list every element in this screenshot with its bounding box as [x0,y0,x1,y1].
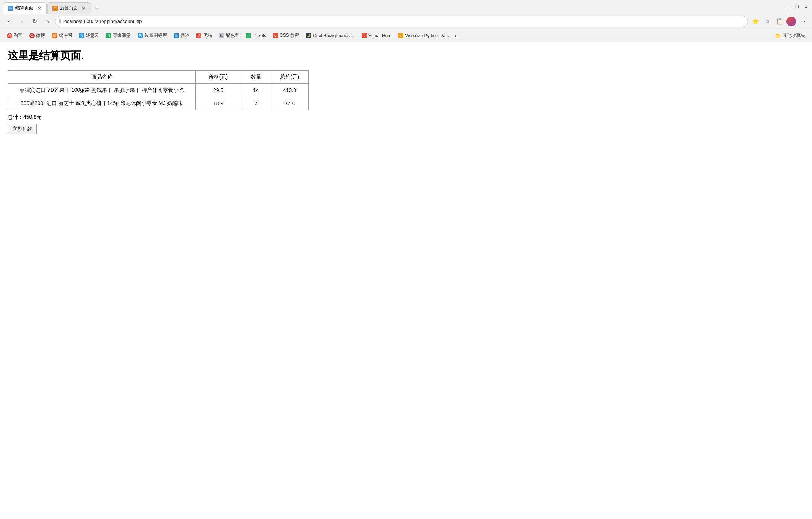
row-qty: 14 [241,84,271,97]
bookmark-favicon-weibo: 微 [29,33,35,38]
bookmark-vector[interactable]: 矢 矢量图标库 [135,31,170,40]
close-button[interactable]: ✕ [803,4,809,10]
tab-title-1: 结算页面 [15,5,33,11]
col-header-total: 总价(元) [271,71,309,84]
maximize-button[interactable]: ❐ [794,4,800,10]
address-bar[interactable]: ℹ localhost:8080/shopping/account.jsp [55,16,748,27]
reload-button[interactable]: ↻ [29,16,40,27]
home-button[interactable]: ⌂ [42,16,53,27]
nav-right-icons: ⭐ ☆ 📋 ··· [750,16,808,27]
bookmark-huke[interactable]: 虎 虎课网 [49,31,75,40]
bookmark-python[interactable]: 🐍 Visualize Python, Ja... [395,32,452,40]
tab-admin[interactable]: 后 后台页面 ✕ [47,2,91,14]
bookmark-label-weibo: 微博 [36,32,45,39]
bookmark-label-taobao: 淘宝 [14,32,23,39]
bookmark-favicon-vector: 矢 [138,33,143,38]
bookmark-coolbg[interactable]: 🌙 Cool Backgrounds-... [303,32,358,40]
bookmark-favicon-pexels: P [246,33,251,38]
bookmark-suiyiyun[interactable]: 随 随意云 [76,31,102,40]
bookmark-favicon-taobao: 淘 [7,33,12,38]
bookmark-favicon-wudao: 吾 [174,33,179,38]
bookmark-favicon-qingjiao: 青 [106,33,111,38]
tab-close-2[interactable]: ✕ [82,5,86,11]
bookmark-label-pexels: Pexels [253,33,266,38]
col-header-name: 商品名称 [8,71,196,84]
bookmark-favicon-huke: 虎 [52,33,57,38]
row-total: 37.8 [271,97,309,110]
user-avatar[interactable] [786,17,796,26]
bookmark-label-python: Visualize Python, Ja... [405,33,449,38]
bookmark-weibo[interactable]: 微 微博 [26,31,48,40]
summary-value: 450.8元 [23,114,42,120]
bookmark-label-visualhunt: Visual Hunt [368,33,391,38]
page-heading: 这里是结算页面. [8,49,804,63]
bookmark-paise[interactable]: 配 配色表 [216,31,242,40]
bookmark-label-suiyiyun: 随意云 [86,32,99,39]
bookmark-more-arrow[interactable]: › [454,32,456,39]
collections-icon[interactable]: 📋 [774,16,785,27]
row-name: 300减200_进口 丽芝士 威化夹心饼干145g 印尼休闲小零食 MJ 奶酪味 [8,97,196,110]
favorites-icon[interactable]: ☆ [762,16,773,27]
tab-close-1[interactable]: ✕ [37,5,42,11]
bookmark-favicon-css: C [273,33,278,38]
bookmark-favicon-coolbg: 🌙 [306,33,311,38]
row-name: 菲律宾进口 7D芒果干 100g/袋 蜜饯果干 果脯水果干 特产休闲零食小吃 [8,84,196,97]
row-qty: 2 [241,97,271,110]
summary-label: 总计： [8,114,23,120]
tab-favicon-1: 结 [8,6,13,11]
bookmark-favicon-suiyiyun: 随 [79,33,84,38]
extensions-icon[interactable]: ⭐ [750,16,761,27]
bookmark-label-coolbg: Cool Backgrounds-... [313,33,355,38]
summary-line: 总计：450.8元 [8,114,804,121]
nav-bar: ‹ › ↻ ⌂ ℹ localhost:8080/shopping/accoun… [0,14,812,29]
bookmark-folder-label: 其他收藏夹 [783,32,805,39]
forward-button[interactable]: › [17,16,27,27]
address-text: localhost:8080/shopping/account.jsp [63,18,744,24]
bookmark-visualhunt[interactable]: V Visual Hunt [359,32,394,40]
bookmark-favicon-visualhunt: V [362,33,367,38]
bookmark-qingjiao[interactable]: 青 青椒课堂 [103,31,134,40]
bookmark-pexels[interactable]: P Pexels [243,32,269,40]
bookmark-wudao[interactable]: 吾 吾道 [171,31,192,40]
folder-icon: 📁 [775,33,781,39]
back-button[interactable]: ‹ [4,16,14,27]
col-header-price: 价格(元) [196,71,241,84]
bookmark-favicon-youpin: 优 [196,33,201,38]
bookmark-label-wudao: 吾道 [180,32,189,39]
browser-chrome: 结 结算页面 ✕ 后 后台页面 ✕ + — ❐ ✕ ‹ › ↻ ⌂ ℹ lo [0,0,812,42]
title-bar: 结 结算页面 ✕ 后 后台页面 ✕ + — ❐ ✕ [0,0,812,14]
row-price: 29.5 [196,84,241,97]
table-row: 菲律宾进口 7D芒果干 100g/袋 蜜饯果干 果脯水果干 特产休闲零食小吃 2… [8,84,309,97]
bookmark-label-qingjiao: 青椒课堂 [113,32,131,39]
bookmark-folder-other[interactable]: 📁 其他收藏夹 [772,31,808,40]
bookmark-label-css: CSS 教程 [280,32,299,39]
tab-title-2: 后台页面 [60,5,78,11]
table-row: 300减200_进口 丽芝士 威化夹心饼干145g 印尼休闲小零食 MJ 奶酪味… [8,97,309,110]
bookmark-label-vector: 矢量图标库 [144,32,167,39]
menu-button[interactable]: ··· [798,16,808,27]
window-buttons: — ❐ ✕ [785,4,809,10]
tabs-container: 结 结算页面 ✕ 后 后台页面 ✕ + [3,0,785,14]
bookmark-label-youpin: 优品 [203,32,212,39]
bookmark-favicon-python: 🐍 [398,33,403,38]
bookmarks-bar: 淘 淘宝 微 微博 虎 虎课网 随 随意云 青 青椒课堂 矢 矢量图标库 吾 吾… [0,29,812,42]
page-content: 这里是结算页面. 商品名称 价格(元) 数量 总价(元) 菲律宾进口 7D芒果干… [0,42,812,140]
row-total: 413.0 [271,84,309,97]
bookmark-label-paise: 配色表 [226,32,239,39]
address-info-icon: ℹ [59,18,61,24]
bookmark-css[interactable]: C CSS 教程 [270,31,302,40]
minimize-button[interactable]: — [785,4,791,10]
tab-favicon-2: 后 [52,6,58,11]
tab-checkout[interactable]: 结 结算页面 ✕ [3,2,47,14]
row-price: 18.9 [196,97,241,110]
pay-button[interactable]: 立即付款 [8,124,37,134]
bookmark-taobao[interactable]: 淘 淘宝 [4,31,26,40]
new-tab-button[interactable]: + [92,3,102,14]
col-header-qty: 数量 [241,71,271,84]
bookmark-favicon-paise: 配 [219,33,224,38]
bookmark-youpin[interactable]: 优 优品 [193,31,215,40]
bookmark-label-huke: 虎课网 [59,32,72,39]
order-table: 商品名称 价格(元) 数量 总价(元) 菲律宾进口 7D芒果干 100g/袋 蜜… [8,70,309,110]
